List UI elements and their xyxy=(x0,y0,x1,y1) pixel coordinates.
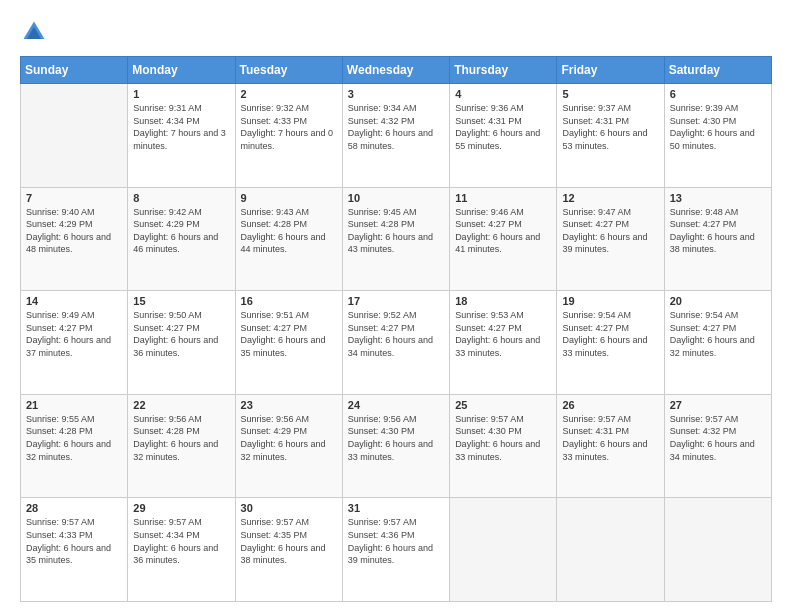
day-number: 9 xyxy=(241,192,337,204)
day-info: Sunrise: 9:48 AMSunset: 4:27 PMDaylight:… xyxy=(670,206,766,256)
calendar-cell xyxy=(450,498,557,602)
calendar-cell: 7Sunrise: 9:40 AMSunset: 4:29 PMDaylight… xyxy=(21,187,128,291)
day-number: 22 xyxy=(133,399,229,411)
calendar-cell: 13Sunrise: 9:48 AMSunset: 4:27 PMDayligh… xyxy=(664,187,771,291)
header-cell-thursday: Thursday xyxy=(450,57,557,84)
day-info: Sunrise: 9:31 AMSunset: 4:34 PMDaylight:… xyxy=(133,102,229,152)
day-number: 2 xyxy=(241,88,337,100)
day-number: 13 xyxy=(670,192,766,204)
day-info: Sunrise: 9:51 AMSunset: 4:27 PMDaylight:… xyxy=(241,309,337,359)
day-number: 24 xyxy=(348,399,444,411)
day-number: 14 xyxy=(26,295,122,307)
calendar-cell: 8Sunrise: 9:42 AMSunset: 4:29 PMDaylight… xyxy=(128,187,235,291)
day-info: Sunrise: 9:37 AMSunset: 4:31 PMDaylight:… xyxy=(562,102,658,152)
day-info: Sunrise: 9:34 AMSunset: 4:32 PMDaylight:… xyxy=(348,102,444,152)
calendar-cell: 25Sunrise: 9:57 AMSunset: 4:30 PMDayligh… xyxy=(450,394,557,498)
day-info: Sunrise: 9:40 AMSunset: 4:29 PMDaylight:… xyxy=(26,206,122,256)
day-number: 10 xyxy=(348,192,444,204)
logo-icon xyxy=(20,18,48,46)
day-info: Sunrise: 9:56 AMSunset: 4:28 PMDaylight:… xyxy=(133,413,229,463)
week-row-0: 1Sunrise: 9:31 AMSunset: 4:34 PMDaylight… xyxy=(21,84,772,188)
day-info: Sunrise: 9:57 AMSunset: 4:36 PMDaylight:… xyxy=(348,516,444,566)
day-number: 25 xyxy=(455,399,551,411)
day-info: Sunrise: 9:56 AMSunset: 4:29 PMDaylight:… xyxy=(241,413,337,463)
calendar-cell: 5Sunrise: 9:37 AMSunset: 4:31 PMDaylight… xyxy=(557,84,664,188)
day-number: 8 xyxy=(133,192,229,204)
day-info: Sunrise: 9:55 AMSunset: 4:28 PMDaylight:… xyxy=(26,413,122,463)
day-info: Sunrise: 9:45 AMSunset: 4:28 PMDaylight:… xyxy=(348,206,444,256)
calendar-cell: 27Sunrise: 9:57 AMSunset: 4:32 PMDayligh… xyxy=(664,394,771,498)
calendar-cell: 28Sunrise: 9:57 AMSunset: 4:33 PMDayligh… xyxy=(21,498,128,602)
day-number: 28 xyxy=(26,502,122,514)
day-info: Sunrise: 9:57 AMSunset: 4:33 PMDaylight:… xyxy=(26,516,122,566)
day-number: 29 xyxy=(133,502,229,514)
day-info: Sunrise: 9:57 AMSunset: 4:32 PMDaylight:… xyxy=(670,413,766,463)
day-info: Sunrise: 9:57 AMSunset: 4:30 PMDaylight:… xyxy=(455,413,551,463)
calendar-cell: 11Sunrise: 9:46 AMSunset: 4:27 PMDayligh… xyxy=(450,187,557,291)
calendar-cell: 4Sunrise: 9:36 AMSunset: 4:31 PMDaylight… xyxy=(450,84,557,188)
day-info: Sunrise: 9:57 AMSunset: 4:34 PMDaylight:… xyxy=(133,516,229,566)
day-info: Sunrise: 9:47 AMSunset: 4:27 PMDaylight:… xyxy=(562,206,658,256)
header-cell-tuesday: Tuesday xyxy=(235,57,342,84)
day-number: 12 xyxy=(562,192,658,204)
calendar-cell: 10Sunrise: 9:45 AMSunset: 4:28 PMDayligh… xyxy=(342,187,449,291)
day-number: 5 xyxy=(562,88,658,100)
week-row-1: 7Sunrise: 9:40 AMSunset: 4:29 PMDaylight… xyxy=(21,187,772,291)
header-cell-monday: Monday xyxy=(128,57,235,84)
calendar-cell: 6Sunrise: 9:39 AMSunset: 4:30 PMDaylight… xyxy=(664,84,771,188)
day-number: 11 xyxy=(455,192,551,204)
day-number: 23 xyxy=(241,399,337,411)
day-info: Sunrise: 9:57 AMSunset: 4:35 PMDaylight:… xyxy=(241,516,337,566)
calendar-header: SundayMondayTuesdayWednesdayThursdayFrid… xyxy=(21,57,772,84)
calendar-cell xyxy=(21,84,128,188)
day-info: Sunrise: 9:54 AMSunset: 4:27 PMDaylight:… xyxy=(562,309,658,359)
calendar-cell: 12Sunrise: 9:47 AMSunset: 4:27 PMDayligh… xyxy=(557,187,664,291)
day-number: 15 xyxy=(133,295,229,307)
day-number: 26 xyxy=(562,399,658,411)
calendar-cell: 18Sunrise: 9:53 AMSunset: 4:27 PMDayligh… xyxy=(450,291,557,395)
week-row-2: 14Sunrise: 9:49 AMSunset: 4:27 PMDayligh… xyxy=(21,291,772,395)
day-number: 30 xyxy=(241,502,337,514)
calendar-cell: 19Sunrise: 9:54 AMSunset: 4:27 PMDayligh… xyxy=(557,291,664,395)
calendar-body: 1Sunrise: 9:31 AMSunset: 4:34 PMDaylight… xyxy=(21,84,772,602)
header-cell-sunday: Sunday xyxy=(21,57,128,84)
day-info: Sunrise: 9:36 AMSunset: 4:31 PMDaylight:… xyxy=(455,102,551,152)
header-row: SundayMondayTuesdayWednesdayThursdayFrid… xyxy=(21,57,772,84)
day-info: Sunrise: 9:49 AMSunset: 4:27 PMDaylight:… xyxy=(26,309,122,359)
day-info: Sunrise: 9:57 AMSunset: 4:31 PMDaylight:… xyxy=(562,413,658,463)
calendar-cell: 1Sunrise: 9:31 AMSunset: 4:34 PMDaylight… xyxy=(128,84,235,188)
day-info: Sunrise: 9:50 AMSunset: 4:27 PMDaylight:… xyxy=(133,309,229,359)
day-number: 19 xyxy=(562,295,658,307)
calendar-cell: 31Sunrise: 9:57 AMSunset: 4:36 PMDayligh… xyxy=(342,498,449,602)
calendar-cell: 9Sunrise: 9:43 AMSunset: 4:28 PMDaylight… xyxy=(235,187,342,291)
calendar-cell: 2Sunrise: 9:32 AMSunset: 4:33 PMDaylight… xyxy=(235,84,342,188)
calendar-cell: 21Sunrise: 9:55 AMSunset: 4:28 PMDayligh… xyxy=(21,394,128,498)
calendar-cell: 24Sunrise: 9:56 AMSunset: 4:30 PMDayligh… xyxy=(342,394,449,498)
day-info: Sunrise: 9:39 AMSunset: 4:30 PMDaylight:… xyxy=(670,102,766,152)
day-info: Sunrise: 9:54 AMSunset: 4:27 PMDaylight:… xyxy=(670,309,766,359)
calendar-cell: 17Sunrise: 9:52 AMSunset: 4:27 PMDayligh… xyxy=(342,291,449,395)
header-cell-saturday: Saturday xyxy=(664,57,771,84)
day-info: Sunrise: 9:52 AMSunset: 4:27 PMDaylight:… xyxy=(348,309,444,359)
day-number: 21 xyxy=(26,399,122,411)
day-number: 7 xyxy=(26,192,122,204)
day-info: Sunrise: 9:42 AMSunset: 4:29 PMDaylight:… xyxy=(133,206,229,256)
day-info: Sunrise: 9:46 AMSunset: 4:27 PMDaylight:… xyxy=(455,206,551,256)
day-number: 3 xyxy=(348,88,444,100)
day-info: Sunrise: 9:32 AMSunset: 4:33 PMDaylight:… xyxy=(241,102,337,152)
day-number: 18 xyxy=(455,295,551,307)
day-number: 31 xyxy=(348,502,444,514)
week-row-3: 21Sunrise: 9:55 AMSunset: 4:28 PMDayligh… xyxy=(21,394,772,498)
week-row-4: 28Sunrise: 9:57 AMSunset: 4:33 PMDayligh… xyxy=(21,498,772,602)
header-cell-wednesday: Wednesday xyxy=(342,57,449,84)
day-info: Sunrise: 9:53 AMSunset: 4:27 PMDaylight:… xyxy=(455,309,551,359)
calendar-cell: 20Sunrise: 9:54 AMSunset: 4:27 PMDayligh… xyxy=(664,291,771,395)
calendar-cell: 15Sunrise: 9:50 AMSunset: 4:27 PMDayligh… xyxy=(128,291,235,395)
day-number: 16 xyxy=(241,295,337,307)
calendar-cell: 14Sunrise: 9:49 AMSunset: 4:27 PMDayligh… xyxy=(21,291,128,395)
day-info: Sunrise: 9:43 AMSunset: 4:28 PMDaylight:… xyxy=(241,206,337,256)
day-info: Sunrise: 9:56 AMSunset: 4:30 PMDaylight:… xyxy=(348,413,444,463)
calendar-cell xyxy=(557,498,664,602)
calendar-cell: 29Sunrise: 9:57 AMSunset: 4:34 PMDayligh… xyxy=(128,498,235,602)
day-number: 27 xyxy=(670,399,766,411)
